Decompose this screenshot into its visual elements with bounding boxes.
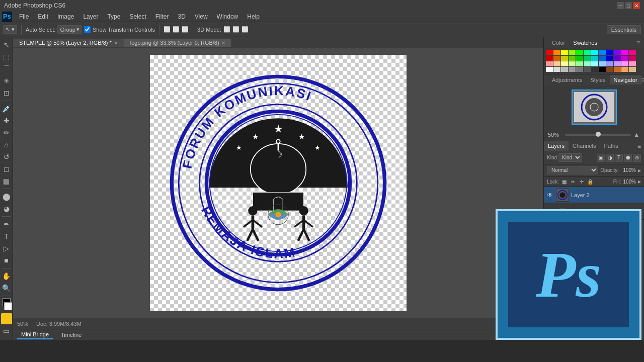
menu-window[interactable]: Window [213,12,243,21]
swatch-gray2[interactable] [569,67,576,72]
clone-tool-btn[interactable]: ⌂ [1,139,12,150]
menu-file[interactable]: File [15,12,33,21]
styles-tab[interactable]: Styles [587,75,610,84]
swatch-pastelred[interactable] [546,61,553,66]
swatch-blue[interactable] [606,50,613,55]
swatch-darkyellow[interactable] [561,56,568,61]
filter-shape-icon[interactable]: ⬟ [624,154,632,162]
swatch-cyan[interactable] [591,50,598,55]
swatch-lime[interactable] [569,50,576,55]
opacity-arrow[interactable]: ▸ [638,167,641,174]
marquee-tool-btn[interactable]: ⬚ [1,51,12,62]
swatch-darksky[interactable] [599,56,606,61]
nav-panel-menu-icon[interactable]: ≡ [641,76,644,83]
menu-type[interactable]: Type [103,12,124,21]
swatch-green[interactable] [576,50,583,55]
swatch-darkcyan[interactable] [591,56,598,61]
channels-tab[interactable]: Channels [569,141,600,151]
3d-btn-1[interactable]: ⬜ [223,26,230,33]
swatch-pastelblue[interactable] [606,61,613,66]
zoom-tool-btn[interactable]: 🔍 [1,283,12,294]
swatches-tab[interactable]: Swatches [569,39,601,47]
swatch-sandy[interactable] [621,67,628,72]
swatch-darkmagenta[interactable] [621,56,628,61]
menu-image[interactable]: Image [53,12,78,21]
swatch-yellow[interactable] [561,50,568,55]
tab-logo[interactable]: logo.png @ 33.3% (Layer 0, RGB/8) ✕ [124,39,232,47]
hand-tool-btn[interactable]: ✋ [1,270,12,282]
color-tab[interactable]: Color [548,39,569,47]
move-tool-btn[interactable]: ↖ [1,39,12,50]
swatch-pastellime[interactable] [569,61,576,66]
lasso-tool-btn[interactable]: ⌒ [1,63,12,74]
paths-tab[interactable]: Paths [600,141,622,151]
blur-tool-btn[interactable]: ⬤ [1,191,12,202]
color-panel-menu-icon[interactable]: ≡ [636,39,640,46]
swatch-darkpink[interactable] [629,56,636,61]
swatch-pastelpink[interactable] [629,61,636,66]
crop-tool-btn[interactable]: ⊡ [1,87,12,99]
swatch-sky[interactable] [599,50,606,55]
lock-transparent-icon[interactable]: ▦ [561,178,568,185]
swatch-darkblue[interactable] [606,56,613,61]
history-tool-btn[interactable]: ↺ [1,151,12,162]
shape-tool-btn[interactable]: ■ [1,255,12,266]
swatch-gray3[interactable] [576,67,583,72]
swatch-teal[interactable] [584,50,591,55]
3d-btn-2[interactable]: ⬜ [232,26,239,33]
lock-all-icon[interactable]: 🔒 [587,178,594,185]
heal-tool-btn[interactable]: ✚ [1,115,12,126]
eraser-tool-btn[interactable]: ◻ [1,163,12,174]
swatch-darkgreen[interactable] [576,56,583,61]
align-left-icon[interactable]: ⬜ [164,26,171,33]
swatch-darkorange[interactable] [553,56,560,61]
adjustments-tab[interactable]: Adjustments [548,75,587,84]
swatch-brown[interactable] [606,67,613,72]
swatch-black[interactable] [599,67,606,72]
filter-pixel-icon[interactable]: ▣ [597,154,605,162]
swatch-darklime[interactable] [569,56,576,61]
swatch-gray4[interactable] [584,67,591,72]
swatch-pastelyellow[interactable] [561,61,568,66]
show-transform-checkbox[interactable] [84,26,91,33]
tab-stempel[interactable]: STEMPEL @ 50% (Layer 2, RGB/8) * ✕ [13,39,124,47]
filter-type-icon[interactable]: T [615,154,623,162]
quick-mask-btn[interactable] [1,313,12,324]
swatch-white[interactable] [546,67,553,72]
menu-layer[interactable]: Layer [79,12,102,21]
pen-tool-btn[interactable]: ✒ [1,219,12,230]
maximize-button[interactable]: □ [625,2,632,9]
navigator-tab[interactable]: Navigator [610,75,641,84]
swatch-red[interactable] [546,50,553,55]
layer-2-visibility-icon[interactable]: 👁 [546,191,554,199]
tab-stempel-close[interactable]: ✕ [114,40,118,46]
mini-bridge-tab[interactable]: Mini Bridge [17,330,53,339]
menu-edit[interactable]: Edit [34,12,52,21]
swatch-darkred[interactable] [546,56,553,61]
blend-mode-dropdown[interactable]: Normal Multiply Screen [547,166,598,174]
minimize-button[interactable]: ─ [617,2,624,9]
menu-view[interactable]: View [191,12,212,21]
swatch-sienna[interactable] [614,67,621,72]
eyedropper-tool-btn[interactable]: 💉 [1,103,12,114]
nav-zoom-slider[interactable] [565,134,631,136]
tab-logo-close[interactable]: ✕ [221,40,225,46]
swatch-darkteal[interactable] [584,56,591,61]
lock-position-icon[interactable]: ✛ [578,178,585,185]
dodge-tool-btn[interactable]: ◕ [1,203,12,214]
swatch-orange[interactable] [553,50,560,55]
filter-adjust-icon[interactable]: ◑ [606,154,614,162]
swatch-pastelcyan[interactable] [591,61,598,66]
layers-tab[interactable]: Layers [544,141,569,151]
swatch-gray5[interactable] [591,67,598,72]
swatch-pastelor[interactable] [553,61,560,66]
move-tool[interactable]: ↖ ▾ [3,25,17,34]
swatch-pastelmagenta[interactable] [621,61,628,66]
fill-arrow[interactable]: ▸ [638,178,641,185]
swatch-darkviolet[interactable] [614,56,621,61]
essentials-button[interactable]: Essentials [607,25,641,34]
swatch-gray1[interactable] [561,67,568,72]
menu-help[interactable]: Help [243,12,264,21]
swatch-violet[interactable] [614,50,621,55]
zoom-out-icon[interactable]: ▲ [633,131,640,139]
